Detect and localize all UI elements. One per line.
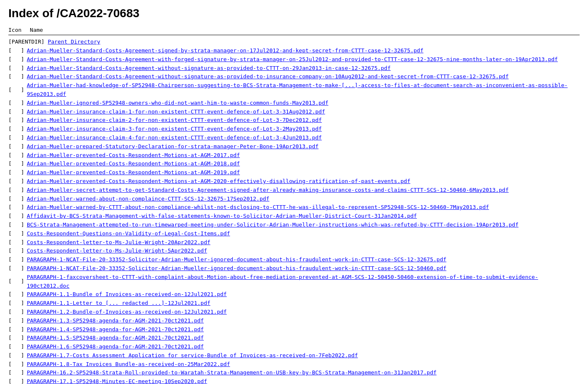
file-link[interactable]: Adrian-Mueller-insurance-claim-1-for-non… (27, 108, 325, 115)
file-link-container: Affidavit-by-BCS-Strata-Management-with-… (27, 212, 580, 221)
file-icon (13, 247, 21, 255)
file-link-container: Adrian-Mueller-prevented-Costs-Responden… (27, 177, 580, 186)
list-item: [ ] Adrian-Mueller-had-knowledge-of-SP52… (8, 81, 580, 99)
col-icon-header: Icon (8, 27, 21, 33)
bracket-close: ] (21, 229, 27, 238)
file-link[interactable]: Adrian-Mueller-prepared-Statutory-Declar… (27, 143, 319, 149)
bracket-open: [ (8, 264, 13, 273)
file-link[interactable]: Costs-Respondent-letter-to-Ms-Julie-Wrig… (27, 247, 207, 254)
list-item: [ ] PARAGRAPH-17.1-SP52948-Minutes-EC-me… (8, 377, 580, 384)
file-link-container: PARAGRAPH-1.3-SP52948-agenda-for-AGM-202… (27, 317, 580, 325)
bracket-close: ] (21, 360, 27, 369)
file-link-container: Adrian-Mueller-Standard-Costs-Agreement-… (27, 55, 580, 64)
file-link[interactable]: Affidavit-by-BCS-Strata-Management-with-… (27, 213, 417, 219)
file-link[interactable]: PARAGRAPH-1.7-Costs Assessment Applicati… (27, 352, 358, 358)
file-link[interactable]: PARAGRAPH-1.5-SP52948-agenda-for-AGM-202… (27, 335, 204, 341)
list-item: [ ] Adrian-Mueller-insurance-claim-2-for… (8, 116, 580, 125)
bracket-close: ] (21, 221, 27, 229)
file-link[interactable]: PARAGRAPH-1-NCAT-File-20-33352-Solicitor… (27, 256, 446, 263)
file-icon (13, 212, 21, 221)
bracket-close: ] (21, 72, 27, 81)
file-icon (13, 325, 21, 334)
parent-dir-link[interactable]: Parent Directory (48, 39, 100, 45)
file-link[interactable]: Adrian-Mueller-warned-by-CTTT-about-non-… (27, 204, 489, 210)
file-icon (13, 186, 21, 195)
list-item: [ ] PARAGRAPH-1-faxcoversheet-to-CTTT-wi… (8, 273, 580, 291)
bracket-open: [ (8, 46, 13, 55)
bracket-open: [ (8, 238, 13, 247)
bracket-close: ] (21, 334, 27, 343)
file-icon (13, 108, 21, 116)
list-item: [ ] Adrian-Mueller-warned-about-non-comp… (8, 195, 580, 204)
bracket-open: [ (8, 229, 13, 238)
list-item: [ ] Adrian-Mueller-insurance-claim-1-for… (8, 108, 580, 116)
bracket-open: [ (8, 299, 13, 308)
file-link[interactable]: Adrian-Mueller-prevented-Costs-Responden… (27, 169, 240, 175)
file-link[interactable]: PARAGRAPH-1.1-Bundle of Invoices-as-rece… (27, 291, 227, 297)
list-item: [ ] PARAGRAPH-1.1-Bundle of Invoices-as-… (8, 290, 580, 299)
file-icon (13, 116, 21, 125)
list-item: [ ] PARAGRAPH-1.2-Bundle-of-Invoices-as-… (8, 308, 580, 317)
list-item: [ ] PARAGRAPH-1.7-Costs Assessment Appli… (8, 351, 580, 360)
file-link[interactable]: Adrian-Mueller-insurance-claim-4-for-non… (27, 134, 322, 141)
bracket-open: [ (8, 186, 13, 195)
file-icon (13, 299, 21, 308)
file-icon (13, 177, 21, 186)
file-link[interactable]: PARAGRAPH-16.2-SP52948-Strata-Roll-provi… (27, 369, 436, 376)
file-link[interactable]: Adrian-Mueller-prevented-Costs-Responden… (27, 152, 240, 158)
bracket-close: ] (21, 55, 27, 64)
file-link-container: Adrian-Mueller-prepared-Statutory-Declar… (27, 142, 580, 151)
file-link[interactable]: Adrian-Mueller-prevented-Costs-Responden… (27, 178, 410, 184)
list-item: [ ] Adrian-Mueller-prevented-Costs-Respo… (8, 177, 580, 186)
file-link[interactable]: PARAGRAPH-1.2-Bundle-of-Invoices-as-rece… (27, 309, 227, 315)
file-link[interactable]: Adrian-Mueller-had-knowledge-of-SP52948-… (27, 82, 567, 97)
bracket-open: [ (8, 369, 13, 377)
bracket-close: ] (21, 351, 27, 360)
header-divider (8, 35, 580, 35)
file-link[interactable]: Adrian-Mueller-Standard-Costs-Agreement-… (27, 47, 423, 54)
file-link-container: PARAGRAPH-1.6-SP52948-agenda-for-AGM-202… (27, 343, 580, 351)
list-item: [ ] Adrian-Mueller-warned-by-CTTT-about-… (8, 203, 580, 212)
file-link-container: PARAGRAPH-17.1-SP52948-Minutes-EC-meetin… (27, 377, 580, 384)
file-link[interactable]: Adrian-Mueller-Standard-Costs-Agreement-… (27, 73, 509, 80)
list-item: [ ] Adrian-Mueller-ignored-SP52948-owner… (8, 99, 580, 108)
file-link-container: Adrian-Mueller-insurance-claim-1-for-non… (27, 108, 580, 116)
file-icon (13, 334, 21, 343)
file-icon (13, 195, 21, 204)
bracket-open: [ (8, 334, 13, 343)
file-link-container: PARAGRAPH-16.2-SP52948-Strata-Roll-provi… (27, 369, 580, 377)
file-link[interactable]: Adrian-Mueller-secret-attempt-to-get-Sta… (27, 187, 509, 193)
file-link[interactable]: PARAGRAPH-1.6-SP52948-agenda-for-AGM-202… (27, 343, 204, 350)
file-link-container: Adrian-Mueller-Standard-Costs-Agreement-… (27, 46, 580, 55)
bracket-close: ] (21, 377, 27, 384)
file-link[interactable]: Adrian-Mueller-Standard-Costs-Agreement-… (27, 56, 558, 62)
list-item: [ ] PARAGRAPH-1-NCAT-File-20-33352-Solic… (8, 255, 580, 264)
file-link[interactable]: BCS-Strata-Management-attempted-to-run-t… (27, 222, 518, 228)
file-link[interactable]: PARAGRAPH-17.1-SP52948-Minutes-EC-meetin… (27, 378, 207, 384)
list-item: [ ] Adrian-Mueller-prevented-Costs-Respo… (8, 160, 580, 168)
file-link[interactable]: PARAGRAPH-1.8-Tax Invoices Bundle-as-rec… (27, 361, 230, 367)
file-link[interactable]: PARAGRAPH-1-faxcoversheet-to-CTTT-with-c… (27, 274, 538, 289)
file-link[interactable]: Adrian-Mueller-ignored-SP52948-owners-wh… (27, 100, 328, 106)
file-link[interactable]: Costs-Respondent-letter-to-Ms-Julie-Wrig… (27, 239, 210, 245)
bracket-close: ] (21, 255, 27, 264)
bracket-close: ] (21, 46, 27, 55)
file-link[interactable]: Adrian-Mueller-Standard-Costs-Agreement-… (27, 65, 391, 71)
file-icon (13, 64, 21, 73)
file-link[interactable]: Adrian-Mueller-warned-about-non-complain… (27, 196, 269, 202)
file-link-container: Costs-Respondent-letter-to-Ms-Julie-Wrig… (27, 247, 580, 255)
file-link[interactable]: Adrian-Mueller-insurance-claim-2-for-non… (27, 117, 322, 123)
file-link[interactable]: Adrian-Mueller-prevented-Costs-Responden… (27, 160, 240, 167)
file-link[interactable]: PARAGRAPH-1-NCAT-File-20-33352-Solicitor… (27, 265, 446, 271)
file-link[interactable]: PARAGRAPH-1.3-SP52948-agenda-for-AGM-202… (27, 317, 204, 324)
bracket-open: [ (8, 177, 13, 186)
file-link[interactable]: Costs-Respondent-Questions-on-Validity-o… (27, 230, 230, 237)
file-link[interactable]: PARAGRAPH-1.4-SP52948-agenda-for-AGM-202… (27, 326, 204, 332)
bracket-open: [ (8, 125, 13, 134)
bracket-open: [ (8, 72, 13, 81)
bracket-open: [ (8, 142, 13, 151)
file-link-container: BCS-Strata-Management-attempted-to-run-t… (27, 221, 580, 229)
file-link-container: Adrian-Mueller-Standard-Costs-Agreement-… (27, 72, 580, 81)
file-link[interactable]: PARAGRAPH-1.1-Letter to [... redacted ..… (27, 300, 210, 306)
file-link[interactable]: Adrian-Mueller-insurance-claim-3-for-non… (27, 126, 322, 132)
